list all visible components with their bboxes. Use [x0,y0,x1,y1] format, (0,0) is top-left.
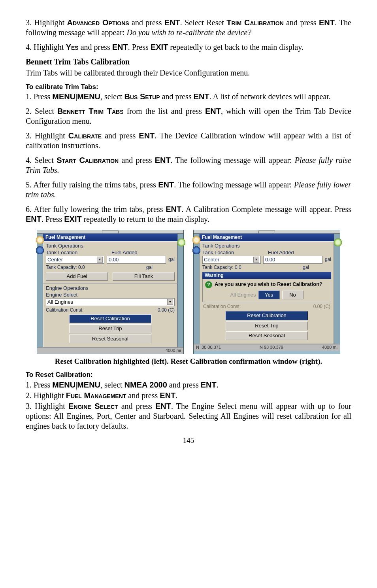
group-title: Tank Operations [202,243,331,249]
text: 2. Select [26,107,57,115]
reset-trip-button[interactable]: Reset Trip [226,321,307,330]
text: . The following message will appear: [174,180,294,189]
text: 4. Highlight [26,43,66,51]
label-calibrate: Calibrate [68,131,102,140]
reset-seasonal-button[interactable]: Reset Seasonal [226,331,307,340]
key-exit: EXIT [64,215,81,223]
ghost-calibration-row: Calibration Const: 0.00 (C) [202,303,331,310]
text: and press [102,131,139,140]
value: Center [47,257,63,263]
chevron-down-icon: ▼ [97,257,103,263]
label-tank-capacity: Tank Capacity: 0.0 [202,265,300,270]
text: and press [119,156,155,164]
label-tank-location: Tank Location [202,250,266,256]
distance-readout: 4000 mi [322,345,337,350]
value-calibration-const: 0.00 (C) [158,307,175,313]
label-bus-setup: Bus Setup [124,92,160,101]
step-6-lower: 6. After fully lowering the trim tabs, p… [26,204,351,224]
reset-calibration-button[interactable]: Reset Calibration [69,314,151,323]
subhead-calibrate-trim: To calibrate Trim Tabs: [26,83,351,91]
warning-message: Are you sure you wish to Reset Calibrati… [215,281,322,287]
label-engine-select: Engine Select [46,292,175,298]
group-title: Tank Operations [46,243,175,249]
side-strip-left [194,234,200,344]
no-button[interactable]: No [282,291,303,299]
text: and press [126,391,160,400]
text: and press [160,92,194,101]
text: 4. Select [26,156,57,164]
chevron-down-icon: ▼ [167,299,173,305]
message-recalibrate: Do you wish to re-calibrate the device? [127,28,252,37]
fuel-added-input[interactable]: 0.00 [107,256,166,264]
text: , select [100,380,124,389]
warning-titlebar: Warning [202,272,331,279]
text: and press [284,18,319,27]
yes-button[interactable]: Yes [258,291,280,299]
label-yes: Yes [66,43,79,51]
side-strip-right [177,234,183,347]
unit-gal: gal [146,265,153,270]
screenshot-right: Fuel Management Tank Operations Tank Loc… [193,230,340,354]
value: All Engines [47,299,73,305]
text: and press [167,380,201,389]
group-tank-operations: Tank Operations Tank Location Fuel Added… [43,241,177,284]
reset-calibration-button[interactable]: Reset Calibration [226,311,307,320]
key-ent: ENT [160,391,175,400]
text: repeatedly to return to the main display… [82,215,209,223]
text: . The following message will appear: [171,156,295,164]
group-title: Engine Operations [46,285,175,291]
key-ent: ENT [26,215,41,223]
text: 5. After fully raising the trims tabs, p… [26,180,158,189]
status-footer: N 30 00.371 N 93 30.379 4000 mi [194,344,340,351]
warning-dialog: ? Are you sure you wish to Reset Calibra… [202,279,331,302]
label-trim-calibration: Trim Calibration [226,18,284,27]
text: repeatedly to get back to the main displ… [168,43,303,51]
fuel-added-input[interactable]: 0.00 [263,256,322,264]
value-calibration-const: 0.00 (C) [313,304,330,310]
text: 1. Press [26,92,52,101]
group-engine-operations: Engine Operations Engine Select All Engi… [43,284,177,347]
tank-location-select[interactable]: Center▼ [46,256,104,264]
engine-select[interactable]: All Engines▼ [46,298,175,306]
figure-caption: Reset Calibration highlighted (left). Re… [26,357,351,366]
label-calibration-const: Calibration Const: [46,307,155,313]
step-1-nmea: 1. Press MENU|MENU, select NMEA 2000 and… [26,380,351,390]
text: and press [79,43,112,51]
key-ent: ENT [319,18,335,27]
key-ent: ENT [155,156,171,164]
text: . A Calibration Complete message will ap… [181,205,351,214]
compass-icon [333,238,343,247]
text: 6. After fully lowering the trim tabs, p… [26,205,166,214]
lon-readout: N 93 30.379 [260,345,283,350]
figure-row: Fuel Management Tank Operations Tank Loc… [26,230,351,354]
add-fuel-button[interactable]: Add Fuel [46,272,108,281]
step-1-bus-setup: 1. Press MENU|MENU, select Bus Setup and… [26,92,351,102]
fill-tank-button[interactable]: Fill Tank [113,272,175,281]
step-4-start-cal: 4. Select Start Calibration and press EN… [26,155,351,175]
step-2-fuel-mgmt: 2. Highlight Fuel Management and press E… [26,391,351,401]
reset-trip-button[interactable]: Reset Trip [69,324,151,333]
key-ent: ENT [164,18,180,27]
text: 1. Press [26,380,52,389]
step-4-yes: 4. Highlight Yes and press ENT. Press EX… [26,42,351,52]
ruler-top [37,230,183,234]
status-footer: 4000 mi [37,347,183,354]
key-menu: MENU [52,92,75,101]
tank-location-select[interactable]: Center▼ [202,256,261,264]
key-exit: EXIT [151,43,168,51]
lat-readout: 30 00.371 [202,345,221,350]
key-ent: ENT [158,180,174,189]
text: . A list of network devices will appear. [209,92,331,101]
text: . [217,380,219,389]
label-calibration-const: Calibration Const: [203,304,241,310]
text: . Press [41,215,64,223]
key-ent: ENT [112,43,128,51]
key-ent: ENT [139,131,155,140]
reset-seasonal-button[interactable]: Reset Seasonal [69,335,151,343]
titlebar-fuel-management: Fuel Management [200,234,334,241]
group-tank-operations: Tank Operations Tank Location Fuel Added… [200,241,334,344]
unit-gal: gal [168,257,175,263]
heading-bennett-trim: Bennett Trim Tabs Calibration [26,57,351,67]
unit-gal: gal [325,257,331,263]
label-nmea-2000: NMEA 2000 [124,380,167,389]
